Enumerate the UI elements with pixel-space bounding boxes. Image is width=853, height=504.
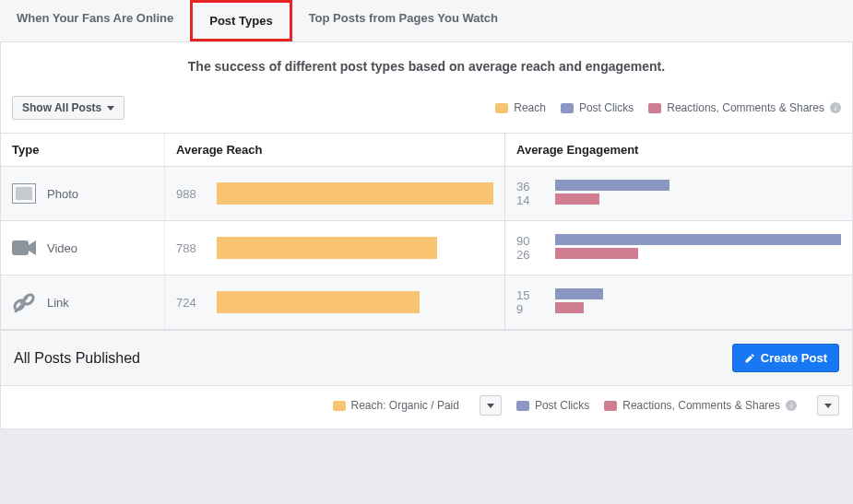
reactions-value: 26 (516, 248, 539, 262)
legend-reactions: Reactions, Comments & Shares i (648, 101, 841, 114)
reach-bar (217, 291, 420, 313)
type-label: Video (47, 241, 77, 255)
caret-down-icon (107, 106, 114, 111)
engagement-mode-dropdown[interactable] (817, 395, 839, 416)
link-icon (12, 292, 36, 312)
photo-icon (12, 183, 36, 204)
clicks-value: 36 (516, 180, 539, 193)
dropdown-label: Show All Posts (22, 101, 101, 114)
legend: Reach Post Clicks Reactions, Comments & … (495, 101, 841, 114)
table-row[interactable]: Video7889026 (1, 221, 852, 275)
reactions-bar (555, 248, 638, 259)
footer-legend: Reach: Organic / Paid Post Clicks Reacti… (0, 386, 853, 429)
col-header-avg-eng: Average Engagement (505, 134, 853, 167)
swatch-clicks (561, 103, 574, 113)
reactions-bar (555, 193, 599, 205)
tabs-bar: When Your Fans Are Online Post Types Top… (0, 0, 853, 42)
swatch-reach (495, 103, 508, 113)
reach-bar (217, 182, 493, 205)
type-label: Photo (47, 187, 78, 201)
reach-bar (217, 237, 437, 259)
clicks-value: 15 (516, 288, 539, 302)
col-header-type: Type (1, 134, 165, 167)
clicks-bar (555, 288, 603, 299)
swatch-reactions (604, 401, 617, 411)
all-posts-header: All Posts Published Create Post (0, 331, 853, 386)
legend-reach: Reach (495, 101, 546, 114)
type-label: Link (47, 296, 69, 310)
reach-mode-dropdown[interactable] (480, 395, 502, 416)
tab-when-fans-online[interactable]: When Your Fans Are Online (0, 0, 190, 41)
clicks-value: 90 (516, 234, 539, 248)
caret-down-icon (487, 404, 494, 408)
clicks-bar (555, 180, 669, 191)
svg-rect-2 (12, 240, 29, 255)
tab-top-posts[interactable]: Top Posts from Pages You Watch (292, 0, 515, 41)
swatch-reach (333, 401, 346, 411)
caret-down-icon (824, 404, 832, 408)
reach-value: 788 (176, 241, 202, 255)
reactions-bar (555, 302, 584, 313)
table-row[interactable]: Link724159 (1, 275, 852, 330)
all-posts-title: All Posts Published (14, 350, 140, 367)
legend-reach-organic-paid: Reach: Organic / Paid (333, 399, 459, 412)
tab-post-types[interactable]: Post Types (190, 0, 291, 41)
swatch-clicks (516, 401, 529, 411)
section-subtitle: The success of different post types base… (1, 42, 852, 87)
col-header-avg-reach: Average Reach (165, 134, 505, 167)
svg-rect-1 (16, 187, 32, 200)
legend-post-clicks: Post Clicks (561, 101, 634, 114)
reactions-value: 14 (516, 193, 539, 207)
reach-value: 988 (176, 187, 202, 201)
legend-reactions-2: Reactions, Comments & Shares i (604, 399, 797, 412)
show-all-posts-dropdown[interactable]: Show All Posts (12, 96, 124, 120)
create-post-button[interactable]: Create Post (732, 344, 839, 372)
table-row[interactable]: Photo9883614 (1, 167, 852, 221)
reach-value: 724 (176, 296, 202, 310)
post-types-table: Type Average Reach Average Engagement Ph… (1, 133, 852, 330)
legend-post-clicks-2: Post Clicks (516, 399, 589, 412)
pencil-icon (744, 353, 755, 364)
info-icon[interactable]: i (830, 102, 841, 113)
swatch-reactions (648, 103, 661, 113)
reactions-value: 9 (516, 302, 539, 316)
info-icon[interactable]: i (786, 400, 797, 411)
video-icon (12, 238, 36, 258)
clicks-bar (555, 234, 841, 245)
